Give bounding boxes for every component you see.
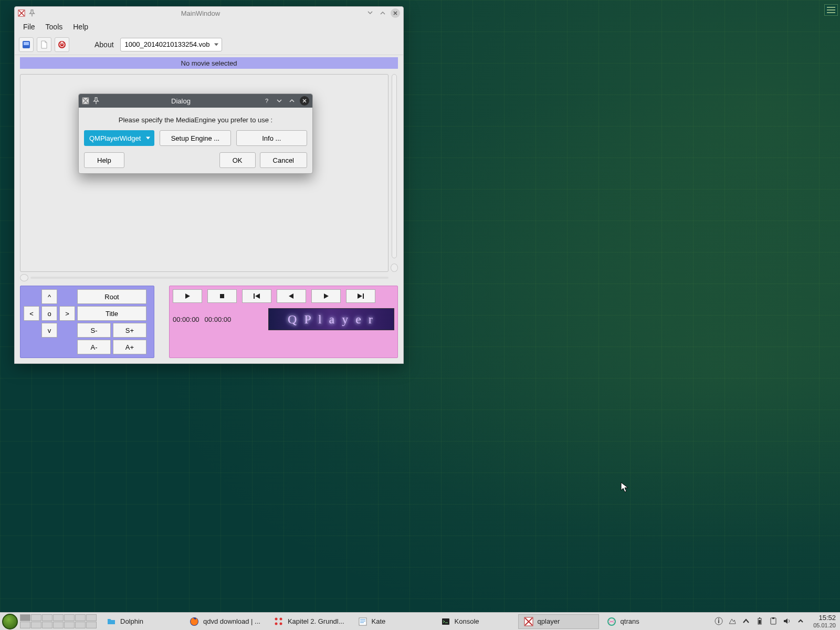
file-combobox[interactable]: 1000_20140210133254.vob [120, 38, 222, 51]
about-label[interactable]: About [94, 40, 114, 49]
prev-track-button[interactable] [242, 289, 271, 303]
firefox-icon [190, 617, 199, 626]
svg-marker-14 [289, 293, 293, 299]
toolbar-button-new[interactable] [37, 37, 51, 52]
dialog-help-button[interactable]: ? [262, 96, 271, 106]
nav-select-button[interactable]: o [41, 306, 57, 321]
svg-point-26 [275, 622, 277, 625]
svg-rect-6 [24, 42, 29, 45]
task-qplayer[interactable]: qplayer [518, 614, 599, 629]
svg-rect-36 [718, 618, 719, 620]
task-label: Kate [372, 617, 386, 625]
tray-up-icon[interactable] [742, 617, 750, 625]
menubar: File Tools Help [15, 19, 403, 34]
nav-down-button[interactable]: v [41, 323, 57, 338]
setup-engine-button[interactable]: Setup Engine ... [160, 130, 230, 146]
panel-menu-button[interactable] [824, 4, 838, 16]
svg-rect-39 [759, 620, 761, 624]
time-position: 00:00:00 [173, 316, 200, 323]
task-help[interactable]: Kapitel 2. Grundl... [268, 614, 350, 629]
virtual-desktop-pager[interactable] [20, 614, 97, 628]
nav-right-button[interactable]: > [59, 306, 75, 321]
audio-next-button[interactable]: A+ [113, 340, 146, 354]
clock[interactable]: 15:52 05.01.20 [810, 614, 836, 628]
toolbar-button-power[interactable] [55, 37, 69, 52]
dialog-help-link[interactable]: Help [84, 152, 124, 168]
kate-icon [358, 617, 368, 626]
engine-combo-value: QMPlayerWidget [89, 134, 141, 142]
tray-info-icon[interactable] [715, 617, 723, 625]
main-window: MainWindow File Tools Help About 1000_20… [14, 6, 404, 364]
nav-title-button[interactable]: Title [77, 306, 146, 321]
svg-marker-13 [255, 293, 260, 299]
svg-point-24 [275, 617, 277, 620]
system-tray: 15:52 05.01.20 [715, 614, 840, 628]
start-button[interactable] [2, 614, 18, 629]
tray-network-icon[interactable] [728, 617, 737, 625]
mouse-cursor-icon [621, 482, 629, 494]
minimize-button[interactable] [365, 8, 375, 18]
vertical-scrollbar[interactable] [391, 74, 398, 272]
subtitle-prev-button[interactable]: S- [77, 323, 111, 338]
toolbar-button-1[interactable] [19, 37, 34, 52]
svg-point-25 [279, 617, 282, 620]
rewind-button[interactable] [277, 289, 306, 303]
forward-button[interactable] [311, 289, 341, 303]
clock-date: 05.01.20 [813, 622, 836, 628]
info-button[interactable]: Info ... [236, 130, 307, 146]
task-label: Dolphin [120, 617, 143, 625]
help-icon [274, 617, 284, 626]
tray-battery-icon[interactable] [755, 617, 764, 625]
taskbar: Dolphin qdvd download | ... Kapitel 2. G… [0, 612, 840, 630]
nav-up-button[interactable]: ^ [41, 289, 57, 304]
maximize-button[interactable] [378, 8, 387, 18]
dialog-message: Please specify the MediaEngine you prefe… [84, 116, 307, 124]
nav-left-button[interactable]: < [24, 306, 39, 321]
dvd-nav-panel: ^ Root < o > Title v S- S+ A- A+ [20, 286, 154, 358]
menu-tools[interactable]: Tools [40, 20, 68, 33]
dialog-rollup-button[interactable] [287, 96, 297, 106]
dialog-titlebar[interactable]: Dialog ? [79, 94, 312, 108]
status-strip: No movie selected [20, 57, 398, 69]
task-dolphin[interactable]: Dolphin [101, 614, 182, 629]
svg-rect-28 [359, 618, 366, 625]
qplayer-icon [524, 617, 533, 626]
qtrans-icon [607, 617, 616, 626]
time-duration: 00:00:00 [205, 316, 232, 323]
folder-icon [107, 617, 116, 626]
tray-clipboard-icon[interactable] [769, 617, 778, 625]
nav-root-button[interactable]: Root [77, 289, 146, 304]
pin-icon[interactable] [28, 9, 36, 17]
svg-rect-12 [254, 293, 255, 299]
dialog-pin-icon[interactable] [92, 97, 100, 104]
task-firefox[interactable]: qdvd download | ... [184, 614, 266, 629]
window-title: MainWindow [39, 9, 362, 17]
task-qtrans[interactable]: qtrans [601, 614, 682, 629]
ok-button[interactable]: OK [219, 152, 256, 168]
menu-help[interactable]: Help [68, 20, 93, 33]
app-icon [18, 9, 25, 17]
svg-point-27 [279, 622, 282, 625]
task-konsole[interactable]: Konsole [435, 614, 516, 629]
status-text: No movie selected [181, 59, 237, 67]
stop-button[interactable] [207, 289, 237, 303]
dialog-shade-button[interactable] [275, 96, 284, 106]
playback-panel: 00:00:00 00:00:00 Q P l a y e r [169, 286, 398, 358]
svg-marker-10 [185, 293, 190, 299]
engine-combobox[interactable]: QMPlayerWidget [84, 130, 154, 146]
media-engine-dialog: Dialog ? Please specify the MediaEngine … [78, 93, 313, 174]
horizontal-scrollbar[interactable] [20, 274, 388, 281]
cancel-button[interactable]: Cancel [260, 152, 307, 168]
tray-expand-icon[interactable] [796, 617, 805, 625]
next-track-button[interactable] [346, 289, 375, 303]
dialog-close-button[interactable] [300, 96, 309, 106]
titlebar[interactable]: MainWindow [15, 7, 403, 19]
close-button[interactable] [391, 8, 400, 18]
task-kate[interactable]: Kate [352, 614, 433, 629]
tray-volume-icon[interactable] [783, 617, 791, 625]
subtitle-next-button[interactable]: S+ [113, 323, 146, 338]
toolbar: About 1000_20140210133254.vob [15, 34, 403, 55]
menu-file[interactable]: File [18, 20, 40, 33]
play-button[interactable] [173, 289, 202, 303]
audio-prev-button[interactable]: A- [77, 340, 111, 354]
